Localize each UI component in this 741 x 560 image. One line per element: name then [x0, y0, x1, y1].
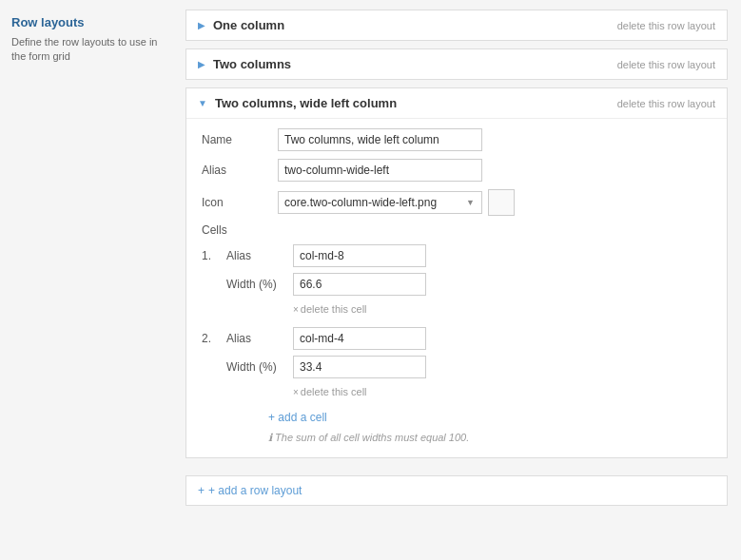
cell-1-alias-row: Alias: [226, 244, 712, 267]
cell-2-delete-label: delete this cell: [301, 386, 367, 397]
sum-warning-text: The sum of all cell widths must equal 10…: [275, 432, 469, 443]
sum-warning: ℹ The sum of all cell widths must equal …: [268, 432, 712, 444]
panel-two-columns-wide-left: ▼ Two columns, wide left column delete t…: [185, 87, 728, 458]
cell-2-delete-x-icon: ×: [293, 387, 299, 397]
name-label: Name: [202, 133, 278, 146]
panel-one-column-header[interactable]: ▶ One column delete this row layout: [186, 10, 727, 40]
icon-label: Icon: [202, 196, 278, 209]
panel-two-columns-wide-left-title: Two columns, wide left column: [215, 96, 397, 110]
panel-two-columns-wide-left-delete-link[interactable]: delete this row layout: [617, 98, 715, 109]
add-row-layout-button[interactable]: ++ add a row layout: [185, 475, 728, 506]
panel-two-columns-wide-left-body: Name Alias Icon core.two-column-wide-lef…: [186, 118, 727, 457]
alias-label: Alias: [202, 164, 278, 177]
alias-input[interactable]: [278, 159, 482, 182]
name-row: Name: [202, 128, 712, 151]
cell-1-delete-x-icon: ×: [293, 304, 299, 315]
cell-2-number: 2.: [202, 327, 226, 406]
panel-one-column: ▶ One column delete this row layout: [185, 10, 728, 41]
panel-two-columns-wide-left-title-area: ▼ Two columns, wide left column: [198, 96, 397, 110]
name-input[interactable]: [278, 128, 482, 151]
info-icon: ℹ: [268, 432, 272, 443]
cell-2-alias-row: Alias: [226, 327, 712, 350]
cell-2-width-label: Width (%): [226, 360, 293, 374]
cell-1-width-label: Width (%): [226, 278, 293, 291]
icon-select[interactable]: core.two-column-wide-left.png: [278, 191, 482, 214]
cell-1-alias-label: Alias: [226, 249, 293, 262]
panel-two-columns: ▶ Two columns delete this row layout: [185, 48, 728, 80]
cell-2-fields: Alias Width (%) ×delete this cell: [226, 327, 712, 406]
add-row-layout-label: + add a row layout: [208, 484, 302, 497]
panel-two-columns-wide-left-chevron-icon: ▼: [198, 98, 207, 108]
cell-2: 2. Alias Width (%) ×delete this cel: [202, 327, 712, 406]
sidebar: Row layouts Define the row layouts to us…: [0, 0, 176, 560]
sidebar-description: Define the row layouts to use in the for…: [11, 35, 165, 65]
icon-row: Icon core.two-column-wide-left.png: [202, 189, 712, 216]
cell-2-width-row: Width (%): [226, 356, 712, 378]
panel-one-column-delete-link[interactable]: delete this row layout: [617, 20, 715, 31]
panel-two-columns-title: Two columns: [213, 57, 291, 71]
panel-two-columns-chevron-icon: ▶: [198, 59, 205, 69]
add-cell-row: + add a cell: [268, 410, 712, 424]
panel-two-columns-header[interactable]: ▶ Two columns delete this row layout: [186, 49, 727, 79]
cell-2-width-input[interactable]: [293, 356, 426, 378]
cells-section: Cells 1. Alias Width (%): [202, 223, 712, 444]
alias-row: Alias: [202, 159, 712, 182]
panel-two-columns-wide-left-header[interactable]: ▼ Two columns, wide left column delete t…: [186, 88, 727, 118]
icon-select-wrapper: core.two-column-wide-left.png: [278, 191, 482, 214]
cell-2-delete-row: ×delete this cell: [293, 384, 712, 398]
cell-2-alias-label: Alias: [226, 332, 293, 345]
panel-two-columns-delete-link[interactable]: delete this row layout: [617, 59, 715, 70]
cell-1-fields: Alias Width (%) ×delete this cell: [226, 244, 712, 323]
cells-label: Cells: [202, 223, 712, 237]
cell-1: 1. Alias Width (%) ×delete this cel: [202, 244, 712, 323]
main-content: ▶ One column delete this row layout ▶ Tw…: [176, 0, 741, 560]
cell-1-alias-input[interactable]: [293, 244, 426, 267]
cell-1-delete-link[interactable]: ×delete this cell: [293, 303, 367, 315]
cell-2-delete-link[interactable]: ×delete this cell: [293, 386, 367, 397]
panel-two-columns-title-area: ▶ Two columns: [198, 57, 291, 71]
panel-one-column-title: One column: [213, 18, 284, 32]
sidebar-title: Row layouts: [11, 15, 165, 29]
cell-1-delete-row: ×delete this cell: [293, 301, 712, 316]
cell-1-number: 1.: [202, 244, 226, 323]
add-cell-link[interactable]: + add a cell: [268, 411, 327, 424]
cell-1-width-row: Width (%): [226, 273, 712, 296]
cell-2-alias-input[interactable]: [293, 327, 426, 350]
icon-row-controls: core.two-column-wide-left.png: [278, 189, 515, 216]
add-row-layout-plus-icon: +: [198, 484, 205, 497]
icon-preview[interactable]: [488, 189, 515, 216]
panel-one-column-chevron-icon: ▶: [198, 20, 205, 30]
cell-1-delete-label: delete this cell: [301, 303, 367, 315]
panel-one-column-title-area: ▶ One column: [198, 18, 284, 32]
cell-1-width-input[interactable]: [293, 273, 426, 296]
